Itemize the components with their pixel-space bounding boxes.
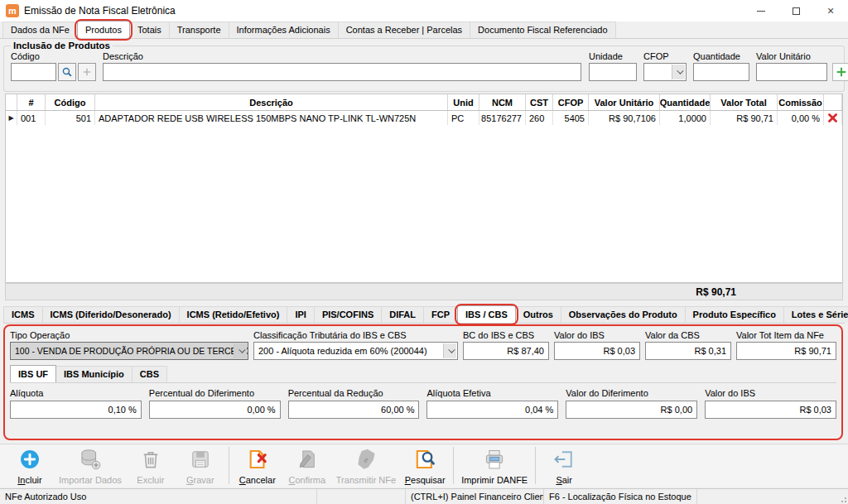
valor-tot-item-field[interactable]: R$ 90,71 <box>736 342 836 360</box>
tax-tab-icms-retido-efetivo[interactable]: ICMS (Retido/Efetivo) <box>179 306 288 323</box>
tab-label: FCP <box>431 310 450 319</box>
codigo-input[interactable] <box>11 63 56 81</box>
cfop-select[interactable] <box>643 63 687 81</box>
cancelar-button[interactable]: Cancelar <box>233 444 282 487</box>
status-section-1: NFe Autorizado Uso <box>0 489 317 504</box>
aliquota-input[interactable]: 0,10 % <box>10 401 142 419</box>
grid-col-valor-unit-rio[interactable]: Valor Unitário <box>589 94 660 110</box>
tab-produtos[interactable]: Produtos <box>77 21 130 38</box>
grid-col-indicator[interactable] <box>6 94 17 110</box>
tax-tab-ibs-cbs[interactable]: IBS / CBS <box>457 305 516 323</box>
tax-tab-observa-es-do-produto[interactable]: Observações do Produto <box>561 306 686 323</box>
grid-col-quantidade[interactable]: Quantidade <box>660 94 711 110</box>
grid-col-ncm[interactable]: NCM <box>479 94 526 110</box>
field-label: Percentual da Redução <box>288 388 420 398</box>
delete-row-x-icon[interactable] <box>827 113 838 123</box>
ibs-sub-tab-cbs[interactable]: CBS <box>132 366 167 382</box>
toolbar-button-label: Sair <box>556 475 572 485</box>
imprimir-danfe-button[interactable]: Imprimir DANFE <box>457 444 532 487</box>
tax-tab-lotes-e-s-ries[interactable]: Lotes e Séries <box>783 306 848 323</box>
tab-label: DIFAL <box>389 310 416 319</box>
valor-cbs-field[interactable]: R$ 0,31 <box>645 342 731 360</box>
current-row-arrow-icon: ▶ <box>8 114 13 122</box>
table-row[interactable]: ▶001501ADAPTADOR REDE USB WIRELESS 150MB… <box>6 111 842 125</box>
ibs-sub-tab-ibs-munic-pio[interactable]: IBS Município <box>55 366 132 382</box>
tab-dados-da-nfe[interactable]: Dados da NFe <box>2 22 78 38</box>
quantidade-input[interactable] <box>693 63 749 81</box>
grid-col-unid[interactable]: Unid <box>448 94 479 110</box>
sair-button[interactable]: Sair <box>539 444 589 487</box>
tab-label: Informações Adicionais <box>237 25 330 35</box>
grid-col-cst[interactable]: CST <box>526 94 553 110</box>
tax-tab-icms-diferido-desonerado[interactable]: ICMS (Diferido/Desonerado) <box>42 306 180 323</box>
aliquota-efetiva-input[interactable]: 0,04 % <box>426 401 558 419</box>
grid-col-#[interactable]: # <box>17 94 46 110</box>
valor-tot-item-label: Valor Tot Item da NFe <box>736 330 836 340</box>
svg-text:e: e <box>364 455 369 464</box>
main-tab-bar: Dados da NFeProdutosTotaisTransporteInfo… <box>0 22 848 39</box>
tax-tab-difal[interactable]: DIFAL <box>381 306 424 323</box>
bc-ibs-cbs-field[interactable]: R$ 87,40 <box>463 342 549 360</box>
tab-label: Contas a Receber | Parcelas <box>346 25 462 35</box>
grid-col-c-digo[interactable]: Código <box>46 94 95 110</box>
grid-col-cfop[interactable]: CFOP <box>553 94 589 110</box>
toolbar-button-label: Excluir <box>137 475 164 485</box>
tax-tab-produto-espec-fico[interactable]: Produto Específico <box>685 306 784 323</box>
close-icon[interactable]: × <box>813 0 848 22</box>
plus-gray-icon <box>81 66 93 78</box>
tax-tab-outros[interactable]: Outros <box>515 306 561 323</box>
add-item-button[interactable] <box>832 63 848 81</box>
tax-tab-ipi[interactable]: IPI <box>287 306 314 323</box>
excluir-button: Excluir <box>126 444 176 487</box>
valor-ibs-input[interactable]: R$ 0,03 <box>705 401 836 419</box>
toolbar-separator <box>453 447 454 484</box>
grid-col-valor-total[interactable]: Valor Total <box>711 94 778 110</box>
maximize-icon[interactable] <box>778 0 813 22</box>
tax-tab-icms[interactable]: ICMS <box>3 306 43 323</box>
tab-documento-fiscal-referenciado[interactable]: Documento Fiscal Referenciado <box>470 22 616 38</box>
unidade-input[interactable] <box>589 63 637 81</box>
grid-col-delete[interactable] <box>824 94 842 110</box>
products-grid: #CódigoDescriçãoUnidNCMCSTCFOPValor Unit… <box>5 94 843 283</box>
grid-col-comiss-o[interactable]: Comissão <box>778 94 824 110</box>
bottom-toolbar: IncluirImportar DadosExcluirGravarCancel… <box>0 444 848 487</box>
ibs-sub-tab-ibs-uf[interactable]: IBS UF <box>10 365 56 382</box>
status-section-2 <box>317 489 406 504</box>
grid-col-descri-o[interactable]: Descrição <box>95 94 448 110</box>
tax-tab-pis-cofins[interactable]: PIS/COFINS <box>314 306 382 323</box>
ibs-field-percentual-diferimento: Percentual do Diferimento0,00 % <box>149 388 281 419</box>
field-label: Alíquota <box>10 388 142 398</box>
tipo-operacao-value: 100 - VENDA DE PRODUÇÃO PRÓPRIA OU DE TE… <box>15 346 248 356</box>
tax-tab-fcp[interactable]: FCP <box>423 306 458 323</box>
valor-unitario-input[interactable] <box>756 63 827 81</box>
tab-transporte[interactable]: Transporte <box>169 22 229 38</box>
tab-label: Outros <box>523 310 553 319</box>
percentual-diferimento-input[interactable]: 0,00 % <box>149 401 281 419</box>
valor-ibs-field[interactable]: R$ 0,03 <box>554 342 640 360</box>
tipo-operacao-select[interactable]: 100 - VENDA DE PRODUÇÃO PRÓPRIA OU DE TE… <box>10 342 248 360</box>
tax-tab-bar: ICMSICMS (Diferido/Desonerado)ICMS (Reti… <box>3 304 845 324</box>
minimize-icon[interactable] <box>744 0 778 22</box>
grid-cell: PC <box>448 111 479 125</box>
valor-diferimento-input[interactable]: R$ 0,00 <box>566 401 697 419</box>
brazil-map-icon: e <box>354 447 378 472</box>
grid-cell: 501 <box>46 111 95 125</box>
search-product-button[interactable] <box>58 63 76 81</box>
window-title: Emissão de Nota Fiscal Eletrônica <box>24 5 176 17</box>
classificacao-select[interactable]: 200 - Alíquota reduzida em 60% (200044) <box>253 342 458 360</box>
percentual-reducao-input[interactable]: 60,00 % <box>288 401 420 419</box>
ibs-sub-tab-bar: IBS UFIBS MunicípioCBS <box>10 367 836 383</box>
delete-row-cell[interactable] <box>824 111 842 125</box>
descricao-input[interactable] <box>103 63 581 81</box>
ibs-cbs-panel: Tipo Operação 100 - VENDA DE PRODUÇÃO PR… <box>3 324 843 440</box>
pesquisar-button[interactable]: Pesquisar <box>400 444 450 487</box>
tab-contas-a-receber-parcelas[interactable]: Contas a Receber | Parcelas <box>338 22 470 38</box>
tab-label: ICMS <box>12 310 35 319</box>
grid-cell: R$ 90,71 <box>711 111 778 125</box>
ibs-field-valor-ibs: Valor do IBSR$ 0,03 <box>705 388 836 419</box>
inclusao-produtos-group: Inclusão de Produtos Código Descrição Un… <box>3 41 845 92</box>
incluir-button[interactable]: Incluir <box>5 444 55 487</box>
cfop-label: CFOP <box>643 51 669 61</box>
tab-totais[interactable]: Totais <box>129 22 170 38</box>
tab-informa-es-adicionais[interactable]: Informações Adicionais <box>229 22 339 38</box>
